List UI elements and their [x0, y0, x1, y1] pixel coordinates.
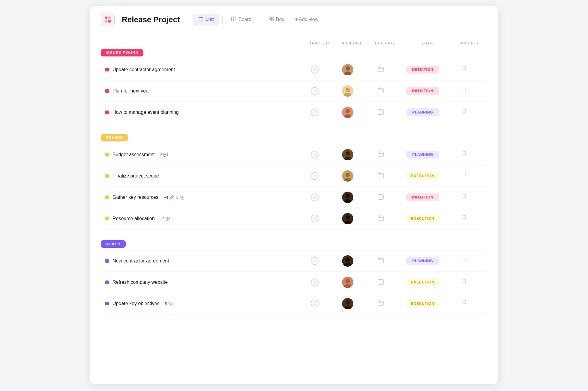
duedate-cell[interactable]	[363, 172, 399, 180]
assignee-cell[interactable]	[333, 107, 363, 118]
table-row[interactable]: How to manage event planning↺ PLANNING	[101, 102, 487, 123]
tracked-cell[interactable]: ↺	[297, 87, 333, 95]
task-dot	[105, 280, 109, 284]
flag-icon	[462, 109, 467, 116]
assignee-cell[interactable]	[333, 213, 363, 224]
track-icon: ↺	[311, 87, 319, 95]
priority-cell[interactable]	[447, 109, 483, 116]
flag-icon	[462, 87, 467, 95]
stage-cell[interactable]: INITIATION	[399, 87, 447, 95]
track-icon: ↺	[311, 215, 319, 223]
duedate-cell[interactable]	[363, 215, 399, 223]
flag-icon	[462, 215, 467, 223]
priority-cell[interactable]	[447, 215, 483, 223]
track-icon: ↺	[311, 257, 319, 265]
tracked-cell[interactable]: ↺	[297, 278, 333, 286]
tracked-cell[interactable]: ↺	[297, 300, 333, 308]
tab-list-label: List	[206, 17, 214, 22]
priority-cell[interactable]	[447, 257, 483, 265]
task-name-text: New contractor agreement	[112, 258, 169, 264]
svg-rect-9	[269, 17, 271, 19]
board-icon	[231, 16, 236, 23]
task-meta: 5 📎	[165, 302, 173, 306]
table-row[interactable]: Update key objectives5 📎↺ EXECUTION	[101, 293, 487, 314]
assignee-cell[interactable]	[333, 149, 363, 160]
duedate-cell[interactable]	[363, 193, 399, 202]
tab-board[interactable]: Board	[226, 14, 257, 26]
avatar	[342, 255, 353, 267]
stage-cell[interactable]: EXECUTION	[399, 215, 447, 223]
tracked-cell[interactable]: ↺	[297, 215, 333, 223]
tracked-cell[interactable]: ↺	[297, 257, 333, 265]
task-dot	[105, 174, 109, 178]
svg-rect-8	[234, 17, 236, 21]
app-container: Release Project List Board Box	[90, 6, 498, 384]
avatar	[342, 107, 353, 118]
duedate-cell[interactable]	[363, 300, 399, 308]
assignee-cell[interactable]	[333, 255, 363, 267]
stage-cell[interactable]: EXECUTION	[399, 278, 447, 286]
tracked-cell[interactable]: ↺	[297, 151, 333, 159]
flag-icon	[462, 279, 467, 286]
priority-cell[interactable]	[447, 194, 483, 201]
stage-cell[interactable]: PLANNING	[399, 257, 447, 265]
tracked-cell[interactable]: ↺	[297, 108, 333, 116]
table-row[interactable]: Gather key resources+4 🔗5 📎↺ INITIATION	[101, 187, 487, 208]
task-name-text: Finalize project scope	[112, 173, 159, 179]
tracked-cell[interactable]: ↺	[297, 66, 333, 74]
duedate-cell[interactable]	[363, 87, 399, 95]
add-view-button[interactable]: + Add view	[291, 14, 322, 25]
flag-icon	[462, 257, 467, 265]
assignee-cell[interactable]	[333, 85, 363, 97]
tracked-cell[interactable]: ↺	[297, 172, 333, 180]
task-name-text: How to manage event planning	[112, 110, 179, 115]
table-row[interactable]: Plan for next year↺ INITIATION	[101, 80, 487, 102]
calendar-icon	[377, 87, 384, 95]
col-header-priority: PRIORITY	[451, 41, 487, 45]
assignee-cell[interactable]	[333, 64, 363, 75]
priority-cell[interactable]	[447, 66, 483, 74]
stage-badge: INITIATION	[406, 193, 439, 201]
assignee-cell[interactable]	[333, 192, 363, 203]
table-row[interactable]: Budget assessment3 💬↺ PLANNING	[101, 144, 487, 165]
tab-list[interactable]: List	[193, 14, 219, 26]
section-issues-found: ISSUES FOUNDUpdate contractor agreement↺…	[101, 49, 487, 123]
duedate-cell[interactable]	[363, 66, 399, 74]
task-name-cell: Budget assessment3 💬	[105, 152, 297, 157]
duedate-cell[interactable]	[363, 108, 399, 117]
tab-box[interactable]: Box	[263, 14, 290, 26]
svg-rect-72	[378, 280, 383, 284]
priority-cell[interactable]	[447, 172, 483, 180]
task-meta-badge: +4 🔗	[164, 195, 174, 200]
stage-cell[interactable]: EXECUTION	[399, 172, 447, 180]
duedate-cell[interactable]	[363, 151, 399, 159]
svg-rect-1	[108, 17, 111, 19]
table-row[interactable]: Finalize project scope↺ EXECUTION	[101, 165, 487, 187]
track-icon: ↺	[311, 300, 319, 308]
priority-cell[interactable]	[447, 300, 483, 308]
assignee-cell[interactable]	[333, 170, 363, 182]
assignee-cell[interactable]	[333, 277, 363, 288]
duedate-cell[interactable]	[363, 278, 399, 286]
table-row[interactable]: New contractor agreement↺ PLANNING	[101, 250, 487, 272]
stage-cell[interactable]: EXECUTION	[399, 300, 447, 308]
tab-box-label: Box	[276, 17, 284, 22]
duedate-cell[interactable]	[363, 257, 399, 265]
priority-cell[interactable]	[447, 151, 483, 159]
tracked-cell[interactable]: ↺	[297, 193, 333, 201]
flag-icon	[462, 66, 467, 74]
task-dot	[105, 89, 109, 93]
stage-cell[interactable]: PLANNING	[399, 108, 447, 116]
priority-cell[interactable]	[447, 279, 483, 286]
assignee-cell[interactable]	[333, 298, 363, 309]
stage-cell[interactable]: INITIATION	[399, 66, 447, 74]
table-row[interactable]: Update contractor agreement↺ INITIATION	[101, 59, 487, 80]
priority-cell[interactable]	[447, 87, 483, 95]
task-name-cell: Resource allocation+2 🔗	[105, 216, 297, 221]
table-row[interactable]: Resource allocation+2 🔗↺ EXECUTION	[101, 208, 487, 229]
stage-cell[interactable]: PLANNING	[399, 151, 447, 159]
table-row[interactable]: Refresh company website↺ EXECUTION	[101, 272, 487, 293]
stage-cell[interactable]: INITIATION	[399, 193, 447, 201]
svg-rect-11	[269, 19, 271, 21]
task-meta: +4 🔗5 📎	[164, 195, 184, 200]
